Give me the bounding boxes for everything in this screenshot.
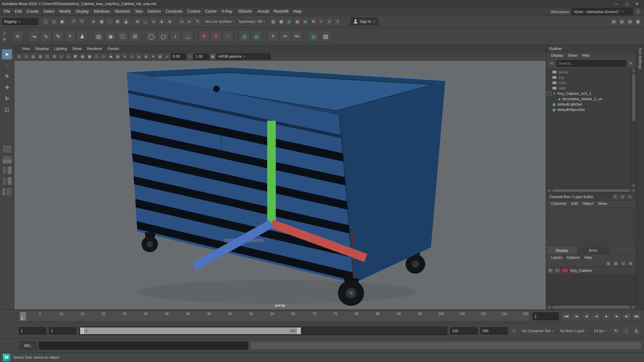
menu-deform[interactable]: Deform <box>145 8 163 15</box>
layer-color-swatch[interactable] <box>561 268 568 273</box>
nurbs-square-icon[interactable]: ▢ <box>158 31 169 42</box>
outliner-item-defaultLightSet[interactable]: ◍defaultLightSet <box>546 102 631 107</box>
select-tool[interactable]: ➤ <box>2 49 12 59</box>
open-render-view-icon[interactable]: ▥ <box>269 18 277 25</box>
animation-start-field[interactable]: 1 <box>19 327 46 335</box>
gamma-field[interactable]: 1.00 <box>194 53 209 60</box>
filter-icon[interactable]: ≡ <box>549 60 555 66</box>
scrollbar-thumb[interactable] <box>632 74 635 121</box>
construction-history-icon[interactable]: ✎ <box>194 18 201 25</box>
range-end-handle[interactable] <box>297 327 301 334</box>
play-forwards-button[interactable]: ▶ <box>602 312 611 320</box>
layout-two-panes-side[interactable] <box>2 166 12 175</box>
menu-cache[interactable]: Cache <box>203 8 219 15</box>
mel-input[interactable] <box>39 342 248 350</box>
menu-windows[interactable]: Windows <box>91 8 112 15</box>
menu-3dtoall[interactable]: -3DtoAll- <box>235 8 255 15</box>
search-options-icon[interactable]: ▾ <box>628 60 634 66</box>
layer-row-Key_Cabinet[interactable]: VPKey_Cabinet <box>546 267 636 275</box>
outliner-tree[interactable]: persptopfrontside−✳Key_Cabinet_ncl1_1◈de… <box>546 68 631 188</box>
animation-end-field[interactable]: 200 <box>480 327 508 335</box>
snap-surface-icon[interactable]: ⊕ <box>166 18 173 25</box>
range-slider[interactable]: 1 120 <box>79 326 447 335</box>
lock-camera-icon[interactable]: ⊙ <box>23 53 30 60</box>
nucleus-icon[interactable]: ◍ <box>308 31 319 42</box>
layer-visibility-toggle[interactable]: V <box>547 268 553 273</box>
nrigid-icon[interactable]: ◍ <box>251 31 262 42</box>
outliner-item-top[interactable]: top <box>546 75 631 80</box>
snap-point-icon[interactable]: ⊙ <box>150 18 157 25</box>
channel-edit-icon[interactable]: ✎ <box>612 194 618 200</box>
motion-blur-icon[interactable]: ◍ <box>143 53 149 60</box>
channel-box-menu-channels[interactable]: Channels <box>549 200 569 206</box>
cv-curve-icon[interactable]: ∿ <box>41 31 51 42</box>
outliner-item-decorative_details_2_uv[interactable]: ◈decorative_details_2_uv <box>546 96 631 102</box>
viewport-menu-shading[interactable]: Shading <box>33 45 51 52</box>
wireframe-icon[interactable]: ◇ <box>100 53 107 60</box>
menu-modify[interactable]: Modify <box>57 8 73 15</box>
outliner-tab[interactable]: Outliner <box>546 45 636 52</box>
shelf-gear-icon[interactable]: ⚙ <box>2 37 7 42</box>
go-to-end-button[interactable]: ▶▶| <box>632 312 641 320</box>
layout-two-panes-stacked[interactable] <box>2 155 12 164</box>
toggle-modeling-toolkit-icon[interactable]: ▦ <box>634 18 642 25</box>
nurbs-circle-icon[interactable]: ◯ <box>146 31 157 42</box>
curve-arc-icon[interactable]: ◡ <box>182 31 193 42</box>
toggle-channel-box-icon[interactable]: ▧ <box>626 18 634 25</box>
go-to-start-button[interactable]: |◀◀ <box>561 312 571 320</box>
safe-title-icon[interactable]: ▢ <box>93 53 100 60</box>
view-grid-icon[interactable]: ⊞ <box>51 53 58 60</box>
menu-set-selector[interactable]: Rigging ▾ <box>2 18 38 25</box>
tab-display[interactable]: Display <box>546 247 578 254</box>
save-scene-icon[interactable]: ▣ <box>58 18 66 25</box>
move-tool[interactable]: ✛ <box>2 82 12 93</box>
outliner-menu-help[interactable]: Help <box>580 52 592 58</box>
outliner-item-defaultObjectSet[interactable]: ◍defaultObjectSet <box>546 107 631 112</box>
new-empty-layer-icon[interactable]: ▤ <box>605 260 611 266</box>
step-back-frame-button[interactable]: |◀ <box>572 312 581 320</box>
layout-single-pane[interactable] <box>2 144 12 153</box>
xray-icon[interactable]: ▧ <box>157 53 163 60</box>
outliner-horizontal-scrollbar[interactable]: ◂ ▸ <box>546 188 636 193</box>
open-scene-icon[interactable]: ◰ <box>50 18 58 25</box>
tab-anim[interactable]: Anim <box>578 247 609 254</box>
view-transform-selector[interactable]: sRGB gamma ▾ <box>216 53 271 60</box>
undo-icon[interactable]: ↶ <box>70 18 77 25</box>
field-chart-icon[interactable]: ▦ <box>79 53 86 60</box>
layer-horizontal-scrollbar[interactable]: ◂ ▸ <box>546 305 636 309</box>
timeline-track[interactable]: 1 51015202530354045505560657075808590951… <box>19 311 530 321</box>
menu-edit[interactable]: Edit <box>12 8 24 15</box>
outliner-vertical-scrollbar[interactable]: ▴ ▾ <box>631 68 636 188</box>
safe-action-icon[interactable]: ▣ <box>86 53 93 60</box>
outliner-menu-show[interactable]: Show <box>566 52 579 58</box>
symmetry-selector[interactable]: Symmetry: Off ▾ <box>236 19 267 23</box>
new-scene-icon[interactable]: ▢ <box>42 18 50 25</box>
mel-label[interactable]: MEL <box>19 342 37 350</box>
scroll-right-icon[interactable]: ▸ <box>631 188 636 193</box>
render-settings-icon[interactable]: ⚙ <box>310 18 317 25</box>
scroll-left-icon[interactable]: ◂ <box>546 305 552 309</box>
close-button[interactable]: ✕ <box>632 2 642 6</box>
outliner-item-persp[interactable]: persp <box>546 69 631 75</box>
speed-state-icon[interactable]: ◍ <box>620 194 626 200</box>
viewport-menu-lighting[interactable]: Lighting <box>51 45 70 52</box>
viewport-menu-view[interactable]: View <box>19 45 33 52</box>
toggle-tool-settings-icon[interactable]: ▥ <box>618 18 626 25</box>
shelf-tab-menu-icon[interactable]: ▾ <box>2 31 7 36</box>
render-frame-icon[interactable]: ▦ <box>277 18 285 25</box>
scroll-up-icon[interactable]: ▴ <box>632 68 636 73</box>
use-all-lights-icon[interactable]: ☀ <box>121 53 128 60</box>
step-back-key-button[interactable]: ◀| <box>582 312 591 320</box>
scrollbar-thumb[interactable] <box>552 189 630 192</box>
screen-space-ao-icon[interactable]: ◎ <box>136 53 142 60</box>
step-forward-frame-button[interactable]: ▶| <box>622 312 631 320</box>
menu-skeleton[interactable]: Skeleton <box>112 8 133 15</box>
scrollbar-thumb[interactable] <box>552 306 630 309</box>
clapperboard-icon[interactable]: ▨ <box>320 31 331 42</box>
menu-display[interactable]: Display <box>73 8 91 15</box>
current-frame-field[interactable]: 1 <box>533 312 559 320</box>
multisample-aa-icon[interactable]: ✦ <box>150 53 156 60</box>
menu-select[interactable]: Select <box>41 8 57 15</box>
tool-settings-strip[interactable]: Tool Settings <box>636 45 644 309</box>
select-object-icon[interactable]: ⬚ <box>106 18 113 25</box>
